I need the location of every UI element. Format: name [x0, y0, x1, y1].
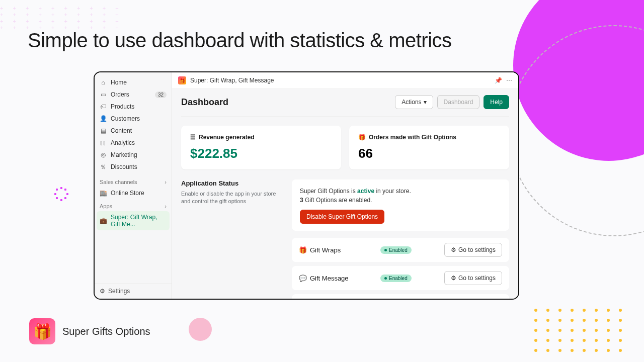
orders-icon: ▭	[100, 91, 107, 98]
headline: Simple to use dashboard with statistics …	[28, 29, 452, 52]
sidebar-item-label: Settings	[108, 288, 130, 295]
section-label: Apps	[100, 203, 112, 209]
sidebar-item-label: Products	[111, 103, 167, 110]
sidebar-item-online-store[interactable]: 🏬Online Store	[95, 187, 172, 199]
help-button[interactable]: Help	[484, 95, 509, 109]
sidebar-item-label: Discounts	[111, 163, 167, 170]
sidebar-item-marketing[interactable]: ◎Marketing	[95, 149, 172, 161]
gear-icon: ⚙	[451, 246, 456, 253]
analytics-icon: ⫿⫿	[100, 139, 107, 146]
gift-icon: 🎁	[178, 76, 186, 84]
sales-channels-header[interactable]: Sales channels›	[95, 175, 172, 187]
page-title: Dashboard	[181, 97, 228, 108]
button-label: Actions	[401, 99, 421, 106]
option-row-gift-message: 💬Gift Message Enabled ⚙Go to settings	[292, 266, 509, 290]
decorative-plus-grid: + + + + + + + + + ++ + + + + + + + + ++ …	[0, 5, 123, 31]
chevron-right-icon: ›	[165, 203, 167, 209]
sidebar-item-content[interactable]: ▤Content	[95, 125, 172, 137]
revenue-card: ☰Revenue generated $222.85	[181, 126, 341, 169]
app-title: Super: Gift Wrap, Gift Message	[190, 77, 274, 84]
card-label: Revenue generated	[199, 134, 255, 141]
revenue-value: $222.85	[190, 146, 332, 161]
pin-icon[interactable]: 📌	[495, 77, 502, 84]
gear-icon: ⚙	[100, 288, 105, 295]
sidebar-item-label: Customers	[111, 115, 167, 122]
button-label: Go to settings	[458, 275, 496, 282]
more-icon[interactable]: ⋯	[506, 77, 512, 84]
status-heading: Application Status	[181, 179, 282, 187]
orders-badge: 32	[155, 92, 167, 98]
section-label: Sales channels	[100, 179, 137, 185]
apps-header[interactable]: Apps›	[95, 199, 172, 211]
disable-button[interactable]: Disable Super Gift Options	[300, 210, 384, 224]
active-word: active	[357, 188, 374, 195]
chat-icon: 💬	[299, 275, 307, 282]
gift-icon: 🎁	[299, 246, 307, 254]
option-row-gift-wraps: 🎁Gift Wraps Enabled ⚙Go to settings	[292, 238, 509, 262]
option-name: Gift Message	[310, 275, 349, 282]
status-text: Super Gift Options is active in your sto…	[300, 187, 501, 205]
go-to-settings-button[interactable]: ⚙Go to settings	[444, 243, 502, 257]
sidebar-item-customers[interactable]: 👤Customers	[95, 113, 172, 125]
main-area: 🎁 Super: Gift Wrap, Gift Message 📌 ⋯ Das…	[172, 72, 518, 299]
discount-icon: ％	[100, 163, 107, 170]
sidebar-item-label: Analytics	[111, 139, 167, 146]
status-description: Enable or disable the app in your store …	[181, 190, 282, 206]
chevron-right-icon: ›	[165, 179, 167, 185]
home-icon: ⌂	[100, 79, 107, 86]
sidebar-item-products[interactable]: 🏷Products	[95, 101, 172, 113]
sidebar-item-label: Home	[111, 79, 167, 86]
option-name: Gift Wraps	[310, 246, 341, 254]
orders-card: 🎁Orders made with Gift Options 66	[349, 126, 509, 169]
decorative-small-circle	[189, 318, 212, 341]
chevron-down-icon: ▾	[424, 99, 427, 106]
stack-icon: ☰	[190, 134, 196, 141]
tag-icon: 🏷	[100, 103, 107, 110]
app-window: ⌂Home ▭Orders32 🏷Products 👤Customers ▤Co…	[94, 71, 519, 300]
footer: 🎁 Super Gifts Options	[29, 318, 150, 344]
store-icon: 🏬	[100, 190, 107, 197]
button-label: Go to settings	[458, 246, 496, 253]
divider	[181, 116, 509, 117]
go-to-settings-button[interactable]: ⚙Go to settings	[444, 271, 502, 285]
decorative-dot-grid	[534, 309, 624, 352]
enabled-badge: Enabled	[380, 275, 412, 282]
option-row-gift-receipt: 🧾Gift Receipt Enabled ⚙Go to settings	[292, 294, 509, 299]
decorative-spinner	[54, 187, 68, 201]
dashboard-button: Dashboard	[437, 95, 480, 109]
target-icon: ◎	[100, 151, 107, 158]
actions-button[interactable]: Actions ▾	[395, 95, 433, 109]
gear-icon: ⚙	[451, 275, 456, 282]
content-icon: ▤	[100, 127, 107, 134]
sidebar-item-analytics[interactable]: ⫿⫿Analytics	[95, 137, 172, 149]
sidebar-item-orders[interactable]: ▭Orders32	[95, 88, 172, 101]
status-card: Super Gift Options is active in your sto…	[292, 179, 509, 231]
app-header: 🎁 Super: Gift Wrap, Gift Message 📌 ⋯	[172, 72, 518, 89]
sidebar-item-active-app[interactable]: 💼Super: Gift Wrap, Gift Me...	[97, 211, 170, 230]
enabled-badge: Enabled	[380, 246, 412, 254]
card-label: Orders made with Gift Options	[369, 134, 456, 141]
sidebar-item-home[interactable]: ⌂Home	[95, 76, 172, 88]
app-logo-icon: 🎁	[29, 318, 55, 344]
briefcase-icon: 💼	[100, 217, 107, 224]
sidebar-item-settings[interactable]: ⚙Settings	[95, 283, 172, 299]
sidebar-item-label: Online Store	[111, 190, 167, 197]
sidebar-item-label: Orders	[111, 91, 155, 98]
sidebar-item-label: Content	[111, 127, 167, 134]
footer-label: Super Gifts Options	[62, 326, 150, 337]
orders-value: 66	[358, 146, 500, 161]
sidebar: ⌂Home ▭Orders32 🏷Products 👤Customers ▤Co…	[95, 72, 172, 299]
gift-icon: 🎁	[358, 134, 366, 141]
sidebar-item-label: Marketing	[111, 151, 167, 158]
person-icon: 👤	[100, 115, 107, 122]
sidebar-item-label: Super: Gift Wrap, Gift Me...	[111, 214, 167, 228]
sidebar-item-discounts[interactable]: ％Discounts	[95, 161, 172, 173]
